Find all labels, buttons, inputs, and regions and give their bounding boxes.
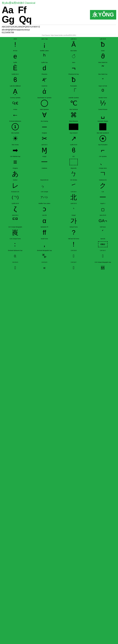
block-label: Punctuation bbox=[60, 85, 88, 87]
block-label: Number Forms bbox=[89, 97, 117, 98]
unicode-block-cell: Small Forms， bbox=[30, 238, 59, 249]
block-label: CJK Radicals Sup bbox=[1, 156, 29, 157]
block-glyph: ⌘ bbox=[70, 110, 77, 120]
unicode-block-cell: Hangul가 bbox=[59, 214, 88, 226]
unicode-block-cell: Latin Ext AĀ bbox=[59, 38, 88, 49]
block-label: Kanbun bbox=[1, 179, 29, 181]
block-glyph: ！ bbox=[70, 240, 77, 249]
unicode-block-cell: Enclosed Ideographic Sup🈀 bbox=[30, 249, 59, 261]
block-label: Greek Ext bbox=[30, 85, 58, 87]
block-label: Compat Jamo bbox=[89, 168, 117, 169]
unicode-block-cell: CJK Compat Forms﹕ bbox=[1, 238, 30, 249]
block-label: Latin 1 Sup bbox=[30, 38, 58, 40]
unicode-block-cell: Katakana Extク bbox=[88, 179, 117, 190]
block-glyph: È bbox=[13, 64, 17, 72]
block-glyph: " bbox=[102, 75, 103, 84]
block-glyph: ϑ bbox=[101, 52, 105, 61]
block-glyph: « bbox=[43, 263, 46, 272]
block-label: CJK Compat Forms bbox=[1, 238, 29, 240]
block-label: Kayah Li bbox=[89, 203, 117, 204]
unicode-block-cell: Latin Ext Dʱ bbox=[59, 202, 88, 214]
block-glyph: ─ bbox=[42, 122, 47, 131]
unicode-block-cell: Greekϑ bbox=[88, 49, 117, 61]
block-label: Half Music bbox=[89, 226, 117, 228]
block-glyph: 𭀀 bbox=[73, 263, 74, 272]
unicode-block-cell: CJK Ext F𭀀 bbox=[59, 261, 88, 273]
block-glyph: ␣ bbox=[101, 110, 105, 120]
block-glyph: ㄱ bbox=[100, 169, 106, 178]
block-glyph: 🄀 bbox=[13, 252, 17, 260]
block-label: Lisu Ext bbox=[30, 214, 58, 216]
block-label: Misc Symbols bbox=[1, 132, 29, 134]
block-label: CJK Ext E bbox=[30, 262, 58, 263]
unicode-block-cell: Misc Symbols☀ bbox=[1, 132, 30, 143]
block-label: Half and Full Forms bbox=[60, 238, 88, 240]
unicode-block-cell: CJK Compat Ideographs崀 bbox=[1, 226, 30, 238]
block-glyph: ˜ bbox=[102, 64, 104, 72]
block-label: IPA Ext bbox=[1, 50, 29, 52]
unicode-block-cell: Modifier Tone Lettersɔ bbox=[30, 202, 59, 214]
block-label: Control Pictures bbox=[89, 109, 117, 110]
block-label: Latin Ext B bbox=[89, 38, 117, 40]
block-glyph: ϐ bbox=[72, 146, 76, 155]
block-glyph: 一 bbox=[41, 158, 48, 166]
block-label: Currency Symbols bbox=[1, 97, 29, 98]
unicode-block-cell: CJK一 bbox=[88, 190, 117, 202]
block-glyph: ϐ bbox=[13, 75, 17, 84]
block-glyph: 𪜀 bbox=[102, 252, 103, 260]
block-glyph: ʰ bbox=[43, 52, 46, 61]
unicode-block-cell: Katakana゠ bbox=[30, 167, 59, 179]
block-label: Sup Arrows B bbox=[60, 132, 88, 134]
block-glyph: 北 bbox=[70, 193, 77, 202]
block-label: Modifier Tone Letters bbox=[30, 203, 58, 204]
block-glyph: あ bbox=[12, 169, 19, 178]
unicode-block-cell: Diact/Hiatok Fix Symbols bbox=[30, 96, 59, 108]
block-label: ASCII bbox=[1, 38, 29, 40]
unicode-block-cell: Hiraganaあ bbox=[1, 167, 30, 179]
unicode-block-cell: Diac Marks◌̄ bbox=[59, 49, 88, 61]
block-glyph: ¡ bbox=[43, 40, 46, 49]
block-glyph: ⌐ bbox=[101, 146, 105, 155]
block-glyph: ƀ bbox=[101, 40, 105, 49]
block-label: Kangxi bbox=[30, 156, 58, 157]
alphabet-display: ABCDEFGHIJKLMNOPQRSTUVWXYZ abcdefghijklm… bbox=[2, 25, 116, 34]
unicode-block-cell: CJK Symbols、 bbox=[88, 155, 117, 167]
unicode-block-cell: Compat Jamoㄱ bbox=[88, 167, 117, 179]
block-label: Latin Ext Additional bbox=[1, 85, 29, 87]
unicode-block-cell: Arrows← bbox=[1, 108, 30, 120]
unicode-block-cell: Latin Ext CⱮ bbox=[30, 143, 59, 155]
block-glyph: ゠ bbox=[41, 169, 48, 178]
block-label: CJK Strokes bbox=[60, 179, 88, 181]
block-glyph bbox=[100, 134, 106, 143]
block-glyph: α bbox=[42, 216, 46, 225]
unicode-block-cell: CJK Radicals Sup≡ bbox=[1, 155, 30, 167]
block-label: Diac Marks bbox=[60, 50, 88, 52]
uppercase-alphabet: ABCDEFGHIJKLMNOPQRSTUVWXYZ bbox=[2, 26, 116, 28]
unicode-block-cell: Sup Arrows B↗ bbox=[59, 132, 88, 143]
block-glyph: e bbox=[13, 52, 17, 61]
block-label: Latin Ext A bbox=[60, 38, 88, 40]
block-glyph: ¬ bbox=[72, 64, 76, 72]
block-glyph: 、 bbox=[100, 158, 106, 166]
block-glyph: ff bbox=[43, 228, 46, 237]
unicode-block-cell: CyrillicÈ bbox=[1, 61, 30, 73]
unicode-block-cell: Geometric Shapes bbox=[88, 120, 117, 132]
block-glyph: 𠀀 bbox=[73, 252, 74, 260]
block-label: CJK Ext D bbox=[1, 262, 29, 263]
unicode-block-cell: CJK Strokes㇀ bbox=[59, 179, 88, 190]
block-label: Math Operators bbox=[30, 109, 58, 110]
block-label: Phoenicia bbox=[30, 74, 58, 75]
unicode-block-cell: Cyrillic Ext Bϐ bbox=[59, 143, 88, 155]
block-label: Geometric Shapes bbox=[89, 120, 117, 122]
block-label: Letterlike Symbols bbox=[60, 97, 88, 98]
block-label: Hiragana bbox=[1, 168, 29, 169]
block-label: Vertical Forms bbox=[60, 226, 88, 228]
block-glyph: 崀 bbox=[12, 228, 18, 237]
unicode-block-cell: Jamo Ext Aꥠ bbox=[1, 214, 30, 226]
unicode-block-cell: Jamo Ext BGA¬ bbox=[88, 214, 117, 226]
block-label: Modifier Letters bbox=[30, 50, 58, 52]
block-label: CJK Symbols bbox=[89, 156, 117, 157]
block-glyph: ↗ bbox=[71, 134, 76, 143]
block-label: Diact Hiatok Ext bbox=[89, 62, 117, 63]
block-label: Enclosed Alphanums Sup bbox=[1, 250, 29, 251]
